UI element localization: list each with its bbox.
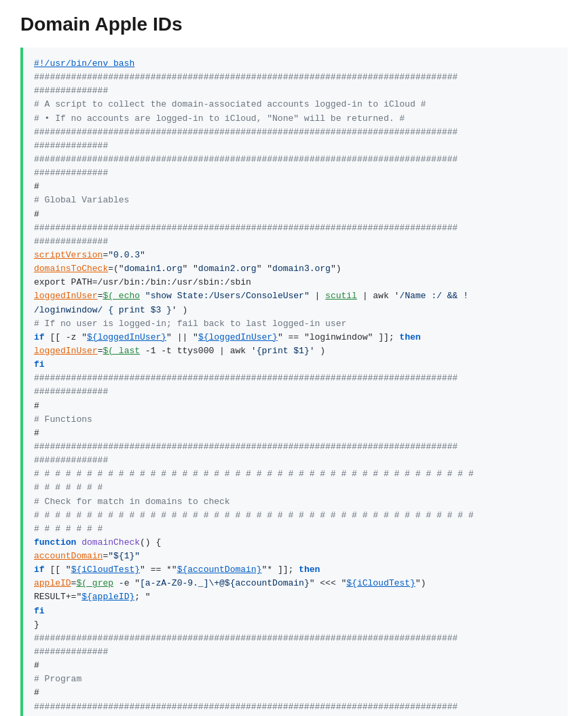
close-paren: ' )	[172, 305, 187, 315]
comment-no-user: # If no user is logged-in; fail back to …	[34, 319, 346, 329]
domain3: domain3.org	[272, 264, 331, 274]
last-cmd: $( last	[103, 346, 140, 356]
comment-hashes-3: ##############	[34, 168, 108, 178]
comment-hash-row-4: # # # # # # #	[34, 524, 103, 534]
domains-to-check-var: domainsToCheck	[34, 264, 108, 274]
grep-close: ")	[416, 578, 426, 588]
var-apple-id: ${appleID}	[81, 592, 134, 602]
logged-in-user-var2: loggedInUser	[34, 346, 98, 356]
blank-6: #	[34, 687, 39, 698]
comment-hash-row-1: # # # # # # # # # # # # # # # # # # # # …	[34, 469, 474, 479]
kw-if1: if	[34, 332, 45, 342]
comment-hashes-7: ##############	[34, 647, 108, 657]
logged-in-user-var: loggedInUser	[34, 291, 98, 301]
blank-5: #	[34, 660, 39, 670]
domain2: domain2.org	[198, 264, 257, 274]
account-domain-val: "${1}"	[108, 551, 140, 561]
var-logged-in-2: ${loggedInUser}	[198, 332, 278, 342]
comment-check-match: # Check for match in domains to check	[34, 497, 230, 507]
comment-separator-6: ########################################…	[34, 442, 458, 452]
var-logged-in-1: ${loggedInUser}	[87, 332, 166, 342]
pipe1: |	[310, 291, 325, 301]
page-container: Domain Apple IDs #!/usr/bin/env bash ###…	[0, 0, 588, 716]
comment-hashes-5: ##############	[34, 387, 108, 397]
page-title: Domain Apple IDs	[20, 14, 568, 35]
awk1: | awk '	[357, 291, 399, 301]
comment-desc-2: # • If no accounts are logged-in to iClo…	[34, 113, 405, 124]
domain1: domain1.org	[124, 264, 183, 274]
close2: ' )	[310, 346, 325, 356]
apple-id-var: appleID	[34, 578, 71, 588]
comment-hash-row-3: # # # # # # # # # # # # # # # # # # # # …	[34, 510, 474, 520]
cp1: ")	[331, 264, 342, 274]
grep-here: " <<< "	[310, 578, 347, 588]
export-path: export PATH=/usr/bin:/bin:/usr/sbin:/sbi…	[34, 277, 251, 287]
blank-1: #	[34, 181, 39, 192]
shebang-line: #!/usr/bin/env bash	[34, 58, 134, 69]
show-state: "show State:/Users/ConsoleUser"	[140, 291, 310, 301]
blank-2: #	[34, 209, 39, 219]
sp2: " "	[257, 264, 272, 274]
kw-function: function	[34, 537, 76, 548]
var-icloud-test: ${iCloudTest}	[71, 565, 140, 575]
if-cond2: [[ "	[45, 565, 71, 575]
comment-separator-1: ########################################…	[34, 72, 458, 82]
eq-loginwindow: " == "loginwindow" ]];	[278, 332, 399, 342]
kw-then1: then	[399, 332, 420, 342]
comment-hash-row-2: # # # # # # #	[34, 482, 103, 493]
fn-domain-check: domainCheck	[76, 537, 140, 548]
var-account-domain: ${accountDomain}	[177, 565, 262, 575]
account-domain-var: accountDomain	[34, 551, 103, 561]
comment-hashes-4: ##############	[34, 236, 108, 247]
eq-star: " == *"	[140, 565, 177, 575]
code-block: #!/usr/bin/env bash ####################…	[20, 48, 568, 716]
comment-hashes-1: ##############	[34, 86, 108, 96]
comment-separator-4: ########################################…	[34, 223, 458, 233]
if-cond1: [[ -z "	[45, 332, 87, 342]
awk-pattern2: /loginwindow/ { print $3 }	[34, 305, 172, 315]
echo-cmd: $( echo	[103, 291, 140, 301]
fn-parens: () {	[140, 537, 161, 548]
awk-print: {print $1}	[257, 346, 310, 356]
kw-then2: then	[299, 565, 320, 575]
comment-separator-8: ########################################…	[34, 702, 458, 712]
script-version-val: "0.0.3"	[108, 250, 145, 260]
result-append: RESULT+="	[34, 592, 81, 602]
comment-hashes-6: ##############	[34, 455, 108, 465]
comment-separator-3: ########################################…	[34, 154, 458, 164]
grep-pattern: [a-zA-Z0-9._]\+@${accountDomain}	[140, 578, 310, 588]
grep-args: -e "	[113, 578, 140, 588]
comment-program: # Program	[34, 674, 81, 684]
sp1: " "	[182, 264, 198, 274]
awk-pattern: /Name :/ && !	[399, 291, 468, 301]
comment-separator-2: ########################################…	[34, 127, 458, 137]
comment-separator-7: ########################################…	[34, 633, 458, 643]
star-end: "* ]];	[261, 565, 299, 575]
comment-hashes-2: ##############	[34, 141, 108, 151]
scutil-cmd: scutil	[325, 291, 357, 301]
blank-3: #	[34, 401, 39, 411]
kw-fi2: fi	[34, 606, 45, 616]
comment-functions: # Functions	[34, 414, 92, 425]
script-version-var: scriptVersion	[34, 250, 103, 260]
blank-4: #	[34, 428, 39, 438]
close-brace: }	[34, 620, 39, 630]
grep-cmd: $( grep	[76, 578, 113, 588]
kw-fi1: fi	[34, 359, 45, 370]
var-icloud-test2: ${iCloudTest}	[346, 578, 415, 588]
comment-desc-1: # A script to collect the domain-associa…	[34, 99, 426, 109]
eq2: =("	[108, 264, 124, 274]
comment-global-vars: # Global Variables	[34, 195, 129, 205]
kw-if2: if	[34, 565, 45, 575]
comment-separator-5: ########################################…	[34, 373, 458, 383]
or1: " || "	[166, 332, 198, 342]
result-end: ; "	[134, 592, 150, 602]
last-args: -1 -t ttys000 | awk '	[140, 346, 257, 356]
